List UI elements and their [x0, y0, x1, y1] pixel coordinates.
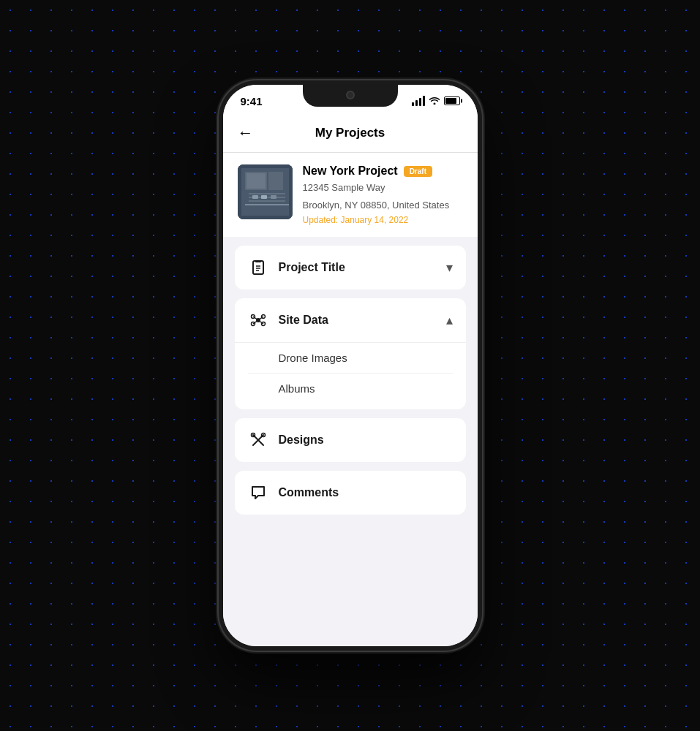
svg-rect-13	[253, 261, 263, 274]
section-gap-1	[223, 237, 478, 246]
svg-rect-11	[271, 195, 276, 199]
menu-item-site-data[interactable]: Site Data ▴	[235, 298, 466, 342]
project-card[interactable]: New York Project Draft 12345 Sample Way …	[223, 153, 478, 237]
svg-rect-10	[261, 195, 267, 199]
project-info: New York Project Draft 12345 Sample Way …	[303, 164, 463, 225]
menu-section-project-title: Project Title ▾	[235, 246, 466, 289]
phone-screen: 9:41	[223, 85, 478, 646]
aerial-view-image	[238, 164, 293, 219]
project-address-line2: Brooklyn, NY 08850, United States	[303, 198, 463, 213]
svg-rect-3	[246, 173, 266, 189]
wifi-icon	[429, 96, 440, 107]
menu-item-designs[interactable]: Designs	[235, 418, 466, 462]
svg-rect-7	[268, 172, 283, 190]
menu-section-site-data: Site Data ▴ Drone Images Albums	[235, 298, 466, 409]
comment-icon	[248, 482, 268, 503]
notch-camera	[346, 91, 355, 99]
app-header: ← My Projects	[223, 117, 478, 153]
submenu-item-albums[interactable]: Albums	[248, 374, 453, 404]
status-time: 9:41	[241, 95, 263, 107]
chevron-up-icon: ▴	[446, 312, 453, 328]
site-data-submenu: Drone Images Albums	[235, 342, 466, 409]
signal-icon	[412, 96, 425, 106]
project-address-line1: 12345 Sample Way	[303, 181, 463, 195]
project-name: New York Project	[303, 164, 398, 178]
header-title: My Projects	[315, 126, 385, 140]
drone-icon	[248, 310, 268, 330]
status-bar: 9:41	[223, 85, 478, 117]
menu-section-designs: Designs	[235, 418, 466, 462]
menu-item-site-data-label: Site Data	[279, 314, 446, 327]
notch	[303, 85, 398, 107]
menu-item-designs-label: Designs	[279, 433, 453, 447]
menu-item-comments-label: Comments	[279, 486, 453, 499]
status-icons	[412, 96, 460, 107]
draft-badge: Draft	[404, 166, 432, 177]
menu-section-comments: Comments	[235, 471, 466, 515]
phone-frame: 9:41	[219, 80, 482, 651]
project-updated: Updated: January 14, 2022	[303, 215, 463, 225]
project-thumbnail	[238, 164, 293, 219]
app-content: ← My Projects	[223, 117, 478, 646]
chevron-down-icon: ▾	[446, 260, 453, 276]
project-name-row: New York Project Draft	[303, 164, 463, 178]
menu-item-project-title-label: Project Title	[279, 261, 446, 274]
submenu-item-drone-images[interactable]: Drone Images	[248, 343, 453, 374]
back-button[interactable]: ←	[235, 121, 257, 145]
battery-icon	[444, 96, 460, 105]
menu-item-project-title[interactable]: Project Title ▾	[235, 246, 466, 289]
menu-item-comments[interactable]: Comments	[235, 471, 466, 515]
clipboard-icon	[248, 257, 268, 278]
tools-icon	[248, 430, 268, 450]
svg-rect-9	[252, 195, 258, 199]
